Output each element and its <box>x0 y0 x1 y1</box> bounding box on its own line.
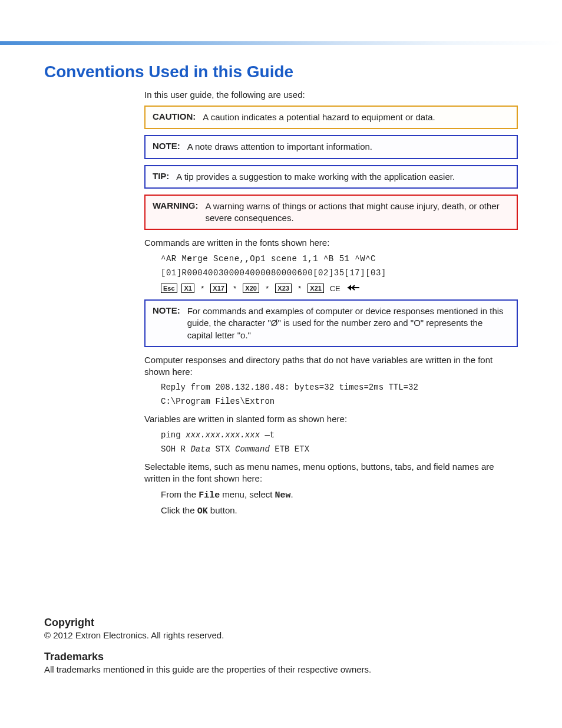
footer-block: Copyright © 2012 Extron Electronics. All… <box>44 617 518 674</box>
sel1-e: . <box>291 489 293 499</box>
note-box-2: NOTE: For commands and examples of compu… <box>144 299 518 347</box>
command-example-2: [01]R000400300004000080000600[02]35[17][… <box>161 268 518 278</box>
var1-b: xxx.xxx.xxx.xxx <box>186 430 260 440</box>
commands-paragraph: Commands are written in the fonts shown … <box>144 237 518 249</box>
sel1-d: New <box>275 490 291 500</box>
var2-c: STX <box>210 444 235 454</box>
note-box: NOTE: A note draws attention to importan… <box>144 135 518 159</box>
selectable-paragraph: Selectable items, such as menu names, me… <box>144 461 518 485</box>
caution-label: CAUTION: <box>153 111 196 121</box>
x17-key: X17 <box>210 284 227 293</box>
sel2-c: button. <box>208 505 237 515</box>
return-arrow-icon <box>348 284 361 294</box>
variable-example-2: SOH R Data STX Command ETB ETX <box>161 444 518 454</box>
note-text: A note draws attention to important info… <box>187 141 510 153</box>
ce-text: CE <box>330 284 340 293</box>
command-example-1: ^AR Merge Scene,,Op1 scene 1,1 ^B 51 ^W^… <box>161 254 518 263</box>
cmd1-part-c: rge Scene,,Op1 scene 1,1 ^B 51 ^W^C <box>192 254 376 263</box>
page-title: Conventions Used in this Guide <box>44 62 518 81</box>
copyright-text: © 2012 Extron Electronics. All rights re… <box>44 630 518 640</box>
note-label: NOTE: <box>153 141 180 151</box>
var2-b: Data <box>190 444 210 454</box>
trademarks-text: All trademarks mentioned in this guide a… <box>44 664 518 674</box>
copyright-heading: Copyright <box>44 617 518 629</box>
response-example-2: C:\Program Files\Extron <box>161 397 518 406</box>
caution-box: CAUTION: A caution indicates a potential… <box>144 106 518 129</box>
selectable-example-1: From the File menu, select New. <box>161 489 518 500</box>
svg-marker-0 <box>348 285 351 291</box>
x1-key: X1 <box>181 284 194 293</box>
cmd1-part-a: ^AR M <box>161 254 187 263</box>
tip-label: TIP: <box>153 171 169 181</box>
variable-example-1: ping xxx.xxx.xxx.xxx —t <box>161 430 518 440</box>
responses-paragraph: Computer responses and directory paths t… <box>144 354 518 378</box>
warning-label: WARNING: <box>153 200 199 210</box>
warning-box: WARNING: A warning warns of things or ac… <box>144 195 518 230</box>
sel2-b: OK <box>197 506 208 516</box>
sel1-c: menu, select <box>220 489 275 499</box>
selectable-example-2: Click the OK button. <box>161 505 518 516</box>
var1-a: ping <box>161 430 186 440</box>
command-keys-line: Esc X1 * X17 * X20 * X23 * X21 CE <box>161 284 518 294</box>
var1-c: —t <box>260 430 275 440</box>
var2-e: ETB ETX <box>270 444 309 454</box>
sel1-a: From the <box>161 489 199 499</box>
note2-text: For commands and examples of computer or… <box>187 305 510 341</box>
warning-text: A warning warns of things or actions tha… <box>206 200 510 225</box>
x21-key: X21 <box>308 284 324 293</box>
variables-paragraph: Variables are written in slanted form as… <box>144 413 518 425</box>
sel2-a: Click the <box>161 505 197 515</box>
sel1-b: File <box>199 490 220 500</box>
note2-label: NOTE: <box>153 305 180 315</box>
trademarks-heading: Trademarks <box>44 651 518 663</box>
var2-a: SOH R <box>161 444 190 454</box>
star-3: * <box>265 285 270 294</box>
x20-key: X20 <box>243 284 259 293</box>
esc-key: Esc <box>161 284 177 293</box>
star-1: * <box>200 285 205 294</box>
star-4: * <box>297 285 302 294</box>
caution-text: A caution indicates a potential hazard t… <box>203 111 510 123</box>
var2-d: Command <box>235 444 270 454</box>
response-example-1: Reply from 208.132.180.48: bytes=32 time… <box>161 383 518 392</box>
body-column: In this user guide, the following are us… <box>144 90 518 516</box>
page-content: Conventions Used in this Guide In this u… <box>0 45 562 709</box>
tip-box: TIP: A tip provides a suggestion to make… <box>144 165 518 189</box>
intro-text: In this user guide, the following are us… <box>144 90 518 100</box>
x23-key: X23 <box>275 284 292 293</box>
star-2: * <box>233 285 237 294</box>
tip-text: A tip provides a suggestion to make work… <box>176 171 510 183</box>
